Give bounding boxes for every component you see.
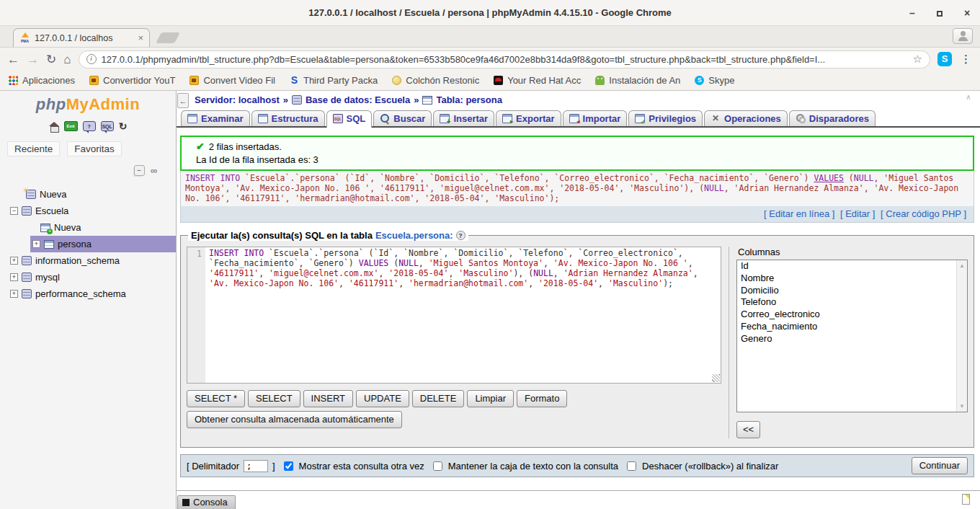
column-option[interactable]: Nombre	[737, 273, 967, 285]
minimize-icon[interactable]: –	[906, 7, 918, 19]
format-button[interactable]: Formato	[517, 390, 567, 407]
bookmark-star-icon[interactable]: ☆	[913, 53, 922, 66]
scroll-up-icon[interactable]: ▲	[957, 260, 967, 271]
tree-item-database-information-schema[interactable]: + information_schema	[0, 252, 176, 269]
operations-icon	[710, 114, 721, 123]
pma-home-icon[interactable]	[49, 122, 59, 131]
new-tab-button[interactable]	[156, 32, 180, 43]
insert-column-button[interactable]: <<	[736, 421, 760, 438]
tab-exportar[interactable]: Exportar	[496, 110, 561, 126]
listbox-scrollbar[interactable]: ▲ ▼	[956, 260, 967, 412]
sidebar-collapse-icon[interactable]: ←	[177, 93, 189, 108]
bookmark-item[interactable]: Colchón Restonic	[392, 75, 479, 86]
tab-importar[interactable]: Importar	[563, 110, 628, 126]
url-text[interactable]: 127.0.0.1/phpmyadmin/tbl_structure.php?d…	[102, 54, 908, 65]
retain-query-box-checkbox[interactable]	[433, 461, 442, 471]
reload-icon[interactable]: ↻	[46, 53, 56, 66]
tab-disparadores[interactable]: Disparadores	[789, 110, 876, 126]
rollback-checkbox[interactable]	[627, 461, 636, 471]
back-icon[interactable]: ←	[7, 53, 19, 66]
recent-button[interactable]: Reciente	[7, 141, 60, 156]
url-bar[interactable]: i 127.0.0.1/phpmyadmin/tbl_structure.php…	[79, 50, 930, 68]
select-button[interactable]: SELECT	[248, 390, 300, 407]
tab-operaciones[interactable]: Operaciones	[704, 110, 788, 126]
get-saved-query-button[interactable]: Obtener consulta almacenada automáticame…	[187, 411, 402, 428]
delimiter-input[interactable]	[244, 460, 268, 472]
tab-estructura[interactable]: Estructura	[251, 110, 325, 126]
breadcrumb-server[interactable]: Servidor: localhost	[195, 94, 280, 105]
maximize-icon[interactable]	[934, 7, 945, 19]
close-icon[interactable]: ×	[961, 7, 973, 19]
columns-listbox[interactable]: Id Nombre Domicilio Telefono Correo_elec…	[736, 260, 968, 412]
tree-item-database-escuela[interactable]: − Escuela	[0, 203, 176, 219]
breadcrumb-table[interactable]: Tabla: persona	[436, 94, 502, 105]
sql-window-icon[interactable]: SQL	[101, 121, 114, 131]
select-star-button[interactable]: SELECT *	[187, 390, 245, 407]
tree-item-database-mysql[interactable]: + mysql	[0, 269, 176, 286]
show-query-again-checkbox[interactable]	[284, 461, 293, 471]
console-button[interactable]: Consola	[177, 495, 236, 509]
bookmark-item[interactable]: SSkype	[695, 75, 734, 86]
tab-insertar[interactable]: Insertar	[433, 110, 494, 126]
expand-icon[interactable]: +	[10, 257, 18, 265]
forward-icon[interactable]: →	[27, 53, 39, 66]
column-option[interactable]: Domicilio	[737, 285, 967, 297]
profile-avatar-icon[interactable]	[953, 28, 973, 44]
column-option[interactable]: Fecha_nacimiento	[737, 321, 967, 333]
phpmyadmin-logo[interactable]: phpMyAdmin	[0, 91, 176, 114]
page-info-icon[interactable]: i	[86, 54, 97, 64]
breadcrumb-database[interactable]: Base de datos: Escuela	[306, 94, 410, 105]
bookmark-item[interactable]: SThird Party Packa	[290, 75, 378, 86]
tab-sql[interactable]: SQL	[326, 110, 373, 128]
home-icon[interactable]: ⌂	[63, 53, 71, 66]
bookmark-item[interactable]: Convertidor YouT	[89, 75, 175, 86]
column-option[interactable]: Telefono	[737, 296, 967, 309]
sql-editor[interactable]: 1 INSERT INTO `Escuela`.`persona` (`Id`,…	[187, 247, 721, 384]
collapse-top-icon[interactable]: ∧	[963, 93, 974, 99]
expand-icon[interactable]: +	[10, 290, 18, 298]
search-icon	[380, 114, 390, 123]
expand-icon[interactable]: +	[10, 273, 18, 281]
tree-item-database-performance-schema[interactable]: + performance_schema	[0, 286, 176, 302]
column-option[interactable]: Genero	[737, 333, 967, 345]
bookmark-item[interactable]: Convert Video Fil	[190, 75, 275, 86]
insert-button[interactable]: INSERT	[303, 390, 353, 407]
edit-link[interactable]: [ Editar ]	[840, 208, 875, 219]
expand-icon[interactable]: +	[32, 240, 40, 248]
tree-item-table-persona[interactable]: + persona	[30, 236, 176, 252]
delete-button[interactable]: DELETE	[412, 390, 465, 407]
bookmark-item[interactable]: Your Red Hat Acc	[494, 75, 581, 86]
chrome-menu-icon[interactable]: ⋮	[959, 53, 973, 66]
clear-button[interactable]: Limpiar	[467, 390, 514, 407]
open-new-window-icon[interactable]	[962, 494, 970, 505]
refresh-icon[interactable]: ↻	[119, 121, 128, 131]
tab-buscar[interactable]: Buscar	[373, 110, 432, 126]
tree-item-new-table[interactable]: + Nueva	[0, 219, 176, 236]
update-button[interactable]: UPDATE	[356, 390, 409, 407]
tab-examinar[interactable]: Examinar	[181, 110, 250, 126]
column-option[interactable]: Id	[737, 260, 967, 273]
scroll-down-icon[interactable]: ▼	[957, 401, 967, 412]
sql-editor-code[interactable]: INSERT INTO `Escuela`.`persona` (`Id`, `…	[205, 247, 721, 383]
favorites-button[interactable]: Favoritas	[67, 141, 122, 156]
continue-button[interactable]: Continuar	[912, 457, 968, 474]
tab-close-icon[interactable]: ×	[138, 32, 143, 43]
collapse-icon[interactable]: −	[10, 207, 18, 215]
skype-extension-icon[interactable]: S	[937, 52, 952, 66]
link-databases-icon[interactable]: ∞	[151, 165, 157, 176]
help-icon[interactable]: ?	[83, 121, 96, 131]
new-table-icon: +	[40, 223, 50, 232]
bookmark-apps[interactable]: Aplicaciones	[9, 75, 75, 86]
column-option[interactable]: Correo_electronico	[737, 309, 967, 321]
bookmark-item[interactable]: Instalación de An	[595, 75, 680, 86]
collapse-all-icon[interactable]: −	[134, 165, 145, 176]
create-php-code-link[interactable]: [ Crear código PHP ]	[881, 208, 966, 219]
editor-resize-handle-icon[interactable]	[712, 374, 720, 382]
table-link[interactable]: Escuela.persona:	[375, 230, 453, 241]
tab-privilegios[interactable]: Privilegios	[628, 110, 703, 126]
help-icon[interactable]: ?	[456, 231, 466, 240]
tree-item-new-database[interactable]: ✳ Nueva	[0, 186, 176, 203]
browser-tab[interactable]: PMA 127.0.0.1 / localhos ×	[13, 28, 150, 47]
logout-icon[interactable]: Exit	[64, 121, 78, 131]
edit-inline-link[interactable]: [ Editar en línea ]	[764, 208, 834, 219]
